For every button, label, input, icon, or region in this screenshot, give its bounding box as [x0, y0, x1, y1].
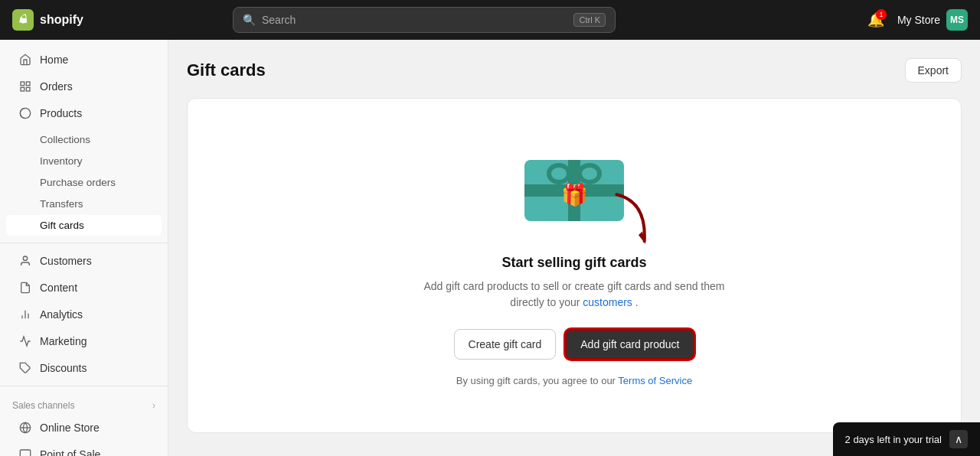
customers-link[interactable]: customers	[583, 296, 632, 308]
empty-state-title: Start selling gift cards	[501, 255, 646, 271]
export-button[interactable]: Export	[905, 58, 962, 83]
marketing-icon	[18, 334, 32, 348]
page-title: Gift cards	[187, 60, 266, 80]
online-store-icon	[18, 421, 32, 435]
sidebar: Home Orders Products Collections Invento…	[0, 40, 168, 456]
sidebar-item-orders[interactable]: Orders	[6, 73, 162, 99]
sidebar-item-discounts-label: Discounts	[40, 362, 87, 374]
sidebar-item-analytics[interactable]: Analytics	[6, 301, 162, 327]
notification-badge: 1	[876, 9, 887, 20]
sidebar-item-transfers[interactable]: Transfers	[6, 194, 162, 214]
terms-of-service-link[interactable]: Terms of Service	[618, 375, 692, 386]
products-submenu: Collections Inventory Purchase orders Tr…	[0, 127, 168, 238]
search-shortcut: Ctrl K	[573, 13, 606, 27]
search-placeholder: Search	[262, 14, 296, 26]
sidebar-item-inventory[interactable]: Inventory	[6, 151, 162, 171]
svg-rect-12	[20, 450, 30, 456]
discounts-icon	[18, 361, 32, 375]
sidebar-divider-1	[0, 243, 168, 243]
trial-banner: 2 days left in your trial ∧	[833, 422, 980, 456]
topbar-right: 🔔 1 My Store MS	[864, 8, 968, 32]
sidebar-item-customers-label: Customers	[40, 255, 92, 267]
gift-cards-empty-state: 🎁 Start selling gift cards Add gift card…	[187, 98, 962, 433]
sidebar-item-home[interactable]: Home	[6, 47, 162, 73]
content-icon	[18, 281, 32, 295]
sidebar-item-discounts[interactable]: Discounts	[6, 355, 162, 381]
orders-icon	[18, 80, 32, 93]
layout: Home Orders Products Collections Invento…	[0, 40, 980, 456]
svg-rect-2	[26, 87, 30, 91]
trial-collapse-button[interactable]: ∧	[949, 430, 968, 448]
store-name: My Store	[897, 14, 940, 26]
avatar: MS	[946, 9, 968, 31]
main-content: Gift cards Export	[168, 40, 980, 456]
sidebar-item-online-store[interactable]: Online Store	[6, 415, 162, 441]
sidebar-item-online-store-label: Online Store	[40, 422, 100, 434]
svg-point-20	[551, 168, 567, 180]
analytics-icon	[18, 308, 32, 321]
sidebar-item-products-label: Products	[40, 107, 82, 119]
store-selector[interactable]: My Store MS	[897, 9, 968, 31]
sidebar-item-products[interactable]: Products	[6, 100, 162, 126]
sidebar-item-gift-cards[interactable]: Gift cards	[6, 215, 162, 236]
svg-text:🎁: 🎁	[561, 182, 588, 207]
sidebar-item-collections[interactable]: Collections	[6, 129, 162, 150]
sidebar-item-home-label: Home	[40, 54, 68, 66]
logo[interactable]: shopify	[12, 9, 104, 31]
create-gift-card-button[interactable]: Create gift card	[454, 329, 557, 360]
cta-buttons: Create gift card Add gift card product	[454, 329, 695, 360]
point-of-sale-icon	[18, 448, 32, 456]
notification-button[interactable]: 🔔 1	[864, 8, 888, 32]
sidebar-item-orders-label: Orders	[40, 80, 73, 93]
sidebar-item-point-of-sale[interactable]: Point of Sale	[6, 441, 162, 456]
svg-rect-3	[21, 87, 24, 91]
sidebar-item-content[interactable]: Content	[6, 275, 162, 301]
svg-rect-0	[21, 82, 24, 86]
sales-channels-label: Sales channels ›	[0, 391, 168, 414]
svg-point-22	[582, 168, 597, 180]
add-gift-card-product-button[interactable]: Add gift card product	[565, 329, 694, 360]
sidebar-item-analytics-label: Analytics	[40, 308, 83, 321]
sidebar-divider-2	[0, 386, 168, 386]
page-header: Gift cards Export	[187, 58, 962, 83]
empty-state-description: Add gift card products to sell or create…	[421, 278, 727, 311]
sidebar-item-marketing[interactable]: Marketing	[6, 328, 162, 354]
logo-text: shopify	[40, 13, 83, 27]
sidebar-item-purchase-orders[interactable]: Purchase orders	[6, 172, 162, 193]
shopify-logo-icon	[12, 9, 34, 31]
search-bar[interactable]: 🔍 Search Ctrl K	[233, 7, 616, 33]
svg-point-5	[23, 256, 27, 260]
tos-text: By using gift cards, you agree to our Te…	[456, 375, 692, 386]
sidebar-item-content-label: Content	[40, 282, 77, 294]
customers-icon	[18, 254, 32, 268]
illustration-container: 🎁	[517, 145, 632, 232]
svg-rect-1	[26, 82, 30, 86]
search-icon: 🔍	[243, 14, 256, 26]
topbar: shopify 🔍 Search Ctrl K 🔔 1 My Store MS	[0, 0, 980, 40]
home-icon	[18, 53, 32, 67]
sidebar-item-customers[interactable]: Customers	[6, 248, 162, 274]
products-icon	[18, 106, 32, 120]
sidebar-item-pos-label: Point of Sale	[40, 448, 100, 456]
expand-icon[interactable]: ›	[152, 400, 155, 411]
sidebar-item-marketing-label: Marketing	[40, 335, 87, 347]
trial-text: 2 days left in your trial	[845, 434, 942, 445]
